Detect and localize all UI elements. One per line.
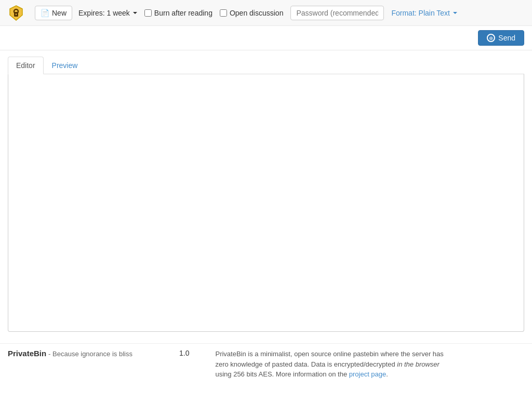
new-button-label: New <box>52 9 66 17</box>
tab-preview[interactable]: Preview <box>44 57 86 74</box>
footer-desc-end: . <box>386 370 388 378</box>
tab-item-editor: Editor <box>8 57 44 74</box>
burn-after-reading-checkbox[interactable] <box>144 9 152 17</box>
footer-brand: PrivateBin - Because ignorance is bliss <box>8 349 153 358</box>
format-caret-icon <box>453 12 457 14</box>
open-discussion-label[interactable]: Open discussion <box>220 9 284 17</box>
expires-dropdown[interactable]: Expires: 1 week <box>78 6 137 20</box>
footer-desc-text2: using 256 bits AES. More information on … <box>215 370 349 378</box>
tabs: Editor Preview <box>8 57 524 74</box>
open-discussion-text: Open discussion <box>230 9 284 17</box>
logo-icon <box>8 5 24 21</box>
open-discussion-checkbox[interactable] <box>220 9 227 17</box>
new-button[interactable]: 📄 New <box>35 6 72 20</box>
tabs-container: Editor Preview <box>0 50 532 74</box>
editor-textarea[interactable] <box>8 74 524 332</box>
format-dropdown[interactable]: Format: Plain Text <box>391 6 457 20</box>
footer-tagline: - Because ignorance is bliss <box>48 350 132 358</box>
tab-editor[interactable]: Editor <box>8 57 44 74</box>
new-doc-icon: 📄 <box>41 9 49 17</box>
tab-editor-label: Editor <box>16 61 35 70</box>
footer-desc-em: in the browser <box>397 360 440 368</box>
brand-logo <box>8 5 24 21</box>
burn-after-reading-text: Burn after reading <box>154 9 212 17</box>
footer: PrivateBin - Because ignorance is bliss … <box>0 343 532 385</box>
tab-item-preview: Preview <box>44 57 86 74</box>
footer-project-link[interactable]: project page <box>349 370 387 378</box>
navbar: 📄 New Expires: 1 week Burn after reading… <box>0 0 532 26</box>
send-button-label: Send <box>498 34 515 42</box>
footer-brand-name: PrivateBin <box>8 349 46 358</box>
send-row: ⊕ Send <box>0 26 532 50</box>
footer-description: PrivateBin is a minimalist, open source … <box>215 349 454 380</box>
navbar-controls: Expires: 1 week Burn after reading Open … <box>78 6 518 20</box>
expires-label: Expires: 1 week <box>78 9 130 17</box>
send-button[interactable]: ⊕ Send <box>478 30 524 46</box>
password-input[interactable] <box>290 6 384 20</box>
editor-container <box>0 74 532 341</box>
burn-after-reading-label[interactable]: Burn after reading <box>144 9 212 17</box>
format-label: Format: Plain Text <box>391 9 450 17</box>
send-icon: ⊕ <box>487 34 495 42</box>
svg-point-3 <box>16 14 17 15</box>
footer-version: 1.0 <box>164 349 205 357</box>
tab-preview-label: Preview <box>52 61 78 70</box>
expires-caret-icon <box>133 12 137 14</box>
